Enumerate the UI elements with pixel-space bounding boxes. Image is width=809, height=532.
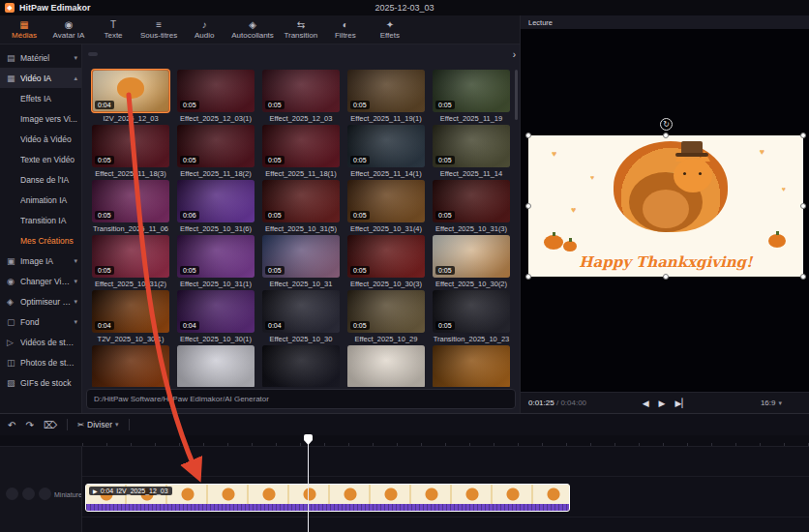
next-frame-icon[interactable]: ▶▏	[675, 399, 689, 408]
media-item[interactable]: 0:05 Effect_2025_10_31(2)	[88, 235, 173, 289]
sidebar-item[interactable]: ▤ Matériel ▾	[0, 47, 81, 68]
media-item-thumbnail[interactable]: 0:05	[433, 235, 510, 278]
media-item-thumbnail[interactable]: 0:04	[92, 70, 169, 112]
grid-scrollbar[interactable]	[515, 70, 518, 120]
category-tab[interactable]	[123, 52, 133, 56]
rotate-handle-icon[interactable]: ↻	[660, 118, 673, 131]
media-item-thumbnail[interactable]: 0:05	[177, 125, 255, 167]
previous-frame-icon[interactable]: ◀	[643, 399, 649, 408]
media-item-thumbnail[interactable]: 0:05	[347, 70, 425, 112]
sidebar-item[interactable]: ▷ Vidéos de stock	[0, 332, 81, 352]
sidebar-item[interactable]: ◈ Optimiseur Vi... ▾	[0, 291, 81, 311]
category-tab[interactable]	[146, 52, 156, 56]
media-item[interactable]: 0:05 Effect_2025_10_29	[344, 290, 429, 344]
media-item-thumbnail[interactable]: 0:05	[177, 70, 255, 112]
media-item[interactable]: 0:05 Effect_2025_10_30(3)	[344, 235, 429, 289]
media-item-thumbnail[interactable]: 0:05	[347, 290, 425, 333]
sidebar-item[interactable]: ◫ Photos de stock	[0, 352, 81, 372]
media-item[interactable]: 0:05 Transition_2025_10_23	[429, 290, 514, 344]
media-item[interactable]	[258, 345, 344, 387]
media-item[interactable]: 0:05 Effect_2025_11_18(2)	[173, 125, 258, 179]
toolbar-tab[interactable]: ⇆ Transition	[279, 15, 323, 44]
media-item[interactable]	[88, 345, 173, 387]
media-item[interactable]: 0:05 Effect_2025_12_03(1)	[173, 70, 258, 124]
sidebar-item[interactable]: Image vers Vi...	[0, 108, 81, 129]
media-item-thumbnail[interactable]: 0:05	[433, 125, 510, 167]
toolbar-tab[interactable]: ≡ Sous-titres	[135, 15, 182, 44]
media-item[interactable]	[173, 345, 258, 387]
media-item-thumbnail[interactable]: 0:05	[262, 180, 340, 222]
media-item[interactable]: 0:05 Effect_2025_10_31(4)	[344, 180, 429, 234]
category-tab[interactable]	[158, 52, 167, 56]
media-item-thumbnail[interactable]	[347, 345, 425, 387]
sidebar-item[interactable]: Animation IA	[0, 190, 81, 210]
category-tab[interactable]	[169, 52, 179, 56]
category-tab[interactable]	[181, 52, 191, 56]
toolbar-tab[interactable]: ♪ Audio	[182, 15, 226, 44]
media-item-thumbnail[interactable]: 0:05	[347, 235, 425, 278]
media-item[interactable]: 0:05 Effect_2025_12_03	[258, 70, 344, 124]
media-item[interactable]: 0:05 Effect_2025_10_30(2)	[429, 235, 514, 289]
play-icon[interactable]: ▶	[659, 399, 666, 408]
toolbar-tab[interactable]: ◈ Autocollants	[226, 15, 279, 44]
category-tab[interactable]	[135, 52, 144, 56]
media-item[interactable]: 0:04 T2V_2025_10_30(1)	[88, 290, 173, 344]
category-tab[interactable]	[111, 52, 121, 56]
media-item-thumbnail[interactable]: 0:05	[262, 125, 340, 167]
sidebar-item[interactable]: ▦ Vidéo IA ▴	[0, 68, 81, 88]
media-item[interactable]: 0:04 I2V_2025_12_03	[88, 70, 173, 124]
sidebar-item[interactable]: ▣ Image IA ▾	[0, 251, 81, 271]
media-item-thumbnail[interactable]: 0:05	[92, 125, 169, 167]
media-item-thumbnail[interactable]	[177, 345, 255, 387]
redo-icon[interactable]: ↷	[25, 420, 33, 430]
media-item[interactable]: 0:05 Effect_2025_11_14(1)	[344, 125, 429, 179]
media-item-thumbnail[interactable]	[262, 345, 340, 387]
media-item-thumbnail[interactable]: 0:05	[347, 125, 425, 167]
undo-icon[interactable]: ↶	[8, 420, 15, 430]
sidebar-item[interactable]: Danse de l'IA	[0, 169, 81, 190]
split-button[interactable]: ✂ Diviser ▾	[77, 420, 119, 429]
category-tab[interactable]	[100, 52, 109, 56]
media-item-thumbnail[interactable]: 0:05	[433, 290, 510, 333]
media-item[interactable]: 0:05 Effect_2025_11_18(3)	[88, 125, 173, 179]
toolbar-tab[interactable]: ◐ Filtres	[323, 15, 368, 44]
toolbar-tab[interactable]: ✦ Effets	[368, 15, 412, 44]
media-item-thumbnail[interactable]: 0:06	[177, 180, 255, 222]
timeline-ruler[interactable]	[0, 435, 809, 447]
scroll-more-icon[interactable]: ›	[509, 44, 520, 64]
media-item[interactable]: 0:05 Effect_2025_11_19(1)	[344, 70, 429, 124]
media-item-thumbnail[interactable]: 0:05	[347, 180, 425, 222]
media-item[interactable]: 0:04 Effect_2025_10_30	[258, 290, 344, 344]
media-item-thumbnail[interactable]: 0:04	[177, 290, 255, 333]
toolbar-tab[interactable]: T Texte	[91, 15, 135, 44]
media-item[interactable]: 0:05 Transition_2025_11_06	[88, 180, 173, 234]
preview-video-frame[interactable]: ♥ ♥ ♥ ♥ ♥ Happy Thankxgiving!	[528, 135, 803, 277]
media-item[interactable]: 0:06 Effect_2025_10_31(6)	[173, 180, 258, 234]
category-tab[interactable]	[88, 52, 98, 56]
media-item-thumbnail[interactable]: 0:05	[433, 70, 510, 112]
media-item[interactable]: 0:05 Effect_2025_11_18(1)	[258, 125, 344, 179]
track-control-icon[interactable]	[39, 488, 51, 500]
sidebar-item[interactable]: ◉ Changer Visa... ▾	[0, 271, 81, 291]
track-control-icon[interactable]	[6, 488, 18, 500]
media-item[interactable]: 0:05 Effect_2025_10_31(5)	[258, 180, 344, 234]
media-item-thumbnail[interactable]: 0:05	[92, 235, 169, 278]
delete-icon[interactable]: ⌦	[44, 420, 57, 430]
toolbar-tab[interactable]: ◉ Avatar IA	[46, 15, 91, 44]
sidebar-item[interactable]: ▨ GIFs de stock	[0, 372, 81, 393]
media-item-thumbnail[interactable]	[92, 345, 169, 387]
media-item-thumbnail[interactable]: 0:05	[177, 235, 255, 278]
sidebar-item[interactable]: Vidéo à Vidéo	[0, 129, 81, 149]
media-item-thumbnail[interactable]: 0:05	[262, 70, 340, 112]
media-item[interactable]: 0:05 Effect_2025_10_31(1)	[173, 235, 258, 289]
sidebar-item[interactable]: Mes Créations	[0, 230, 81, 251]
media-item[interactable]: 0:04 Effect_2025_10_30(1)	[173, 290, 258, 344]
media-item[interactable]	[429, 345, 514, 387]
aspect-ratio-select[interactable]: 16:9	[761, 399, 776, 407]
media-item[interactable]: 0:05 Effect_2025_11_14	[429, 125, 514, 179]
media-item-thumbnail[interactable]: 0:04	[262, 290, 340, 333]
sidebar-item[interactable]: ▢ Fond ▾	[0, 311, 81, 332]
media-item-thumbnail[interactable]	[433, 345, 510, 387]
media-item[interactable]: 0:05 Effect_2025_10_31(3)	[429, 180, 514, 234]
media-item-thumbnail[interactable]: 0:05	[92, 180, 169, 222]
